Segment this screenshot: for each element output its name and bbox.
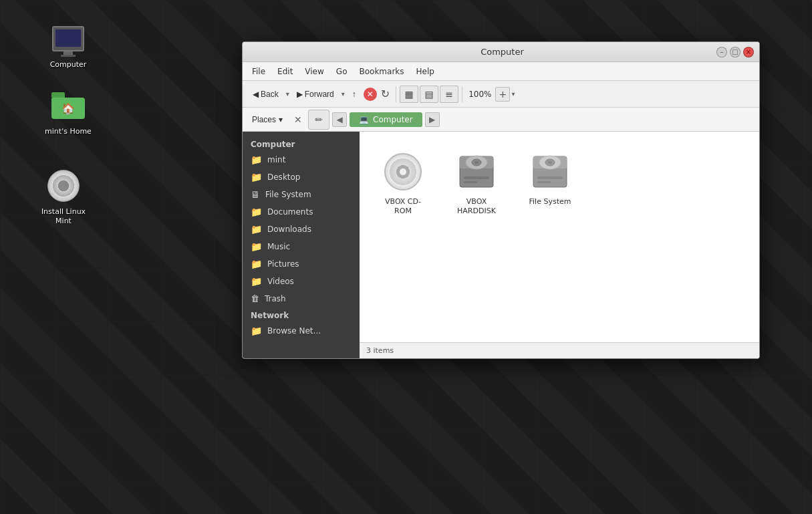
sidebar-videos-label: Videos xyxy=(267,277,352,286)
menubar: File Edit View Go Bookmarks Help xyxy=(243,62,759,81)
items-count: 3 items xyxy=(366,346,394,355)
menu-help[interactable]: Help xyxy=(411,65,440,78)
location-chip-icon: 💻 xyxy=(359,115,369,124)
pictures-folder-icon: 📁 xyxy=(251,259,262,269)
sidebar-browse-net-label: Browse Net... xyxy=(267,326,352,336)
desktop-icon-computer[interactable]: Computer xyxy=(41,20,95,70)
desktop-icon-install[interactable]: Install Linux Mint xyxy=(37,167,90,227)
sidebar-pictures-label: Pictures xyxy=(267,259,352,269)
places-dropdown-icon: ▾ xyxy=(279,115,283,124)
file-manager-window: Computer – □ × File Edit View Go Bookmar… xyxy=(242,41,760,359)
file-item-cdrom[interactable]: VBOX CD-ROM xyxy=(373,145,433,222)
sidebar-item-pictures[interactable]: 📁 Pictures xyxy=(243,255,360,273)
filesystem-drive-icon xyxy=(532,154,568,190)
home-folder-icon: 🏠 xyxy=(49,87,87,124)
file-area: VBOX CD-ROM xyxy=(360,132,759,358)
harddisk-label: VBOX HARDDISK xyxy=(452,197,501,217)
menu-go[interactable]: Go xyxy=(331,65,353,78)
menu-edit[interactable]: Edit xyxy=(272,65,298,78)
breadcrumb-back-arrow[interactable]: ◀ xyxy=(332,112,347,127)
up-icon: ↑ xyxy=(352,90,356,99)
sidebar-music-label: Music xyxy=(267,242,352,251)
forward-dropdown[interactable]: ▾ xyxy=(342,90,345,98)
refresh-button[interactable]: ↻ xyxy=(378,88,392,100)
back-dropdown[interactable]: ▾ xyxy=(286,90,289,98)
svg-rect-6 xyxy=(464,181,477,183)
svg-rect-13 xyxy=(537,181,551,183)
minimize-button[interactable]: – xyxy=(716,47,727,57)
harddisk-icon-area xyxy=(455,150,498,193)
menu-bookmarks[interactable]: Bookmarks xyxy=(354,65,409,78)
titlebar-controls: – □ × xyxy=(716,47,754,57)
locationbar: Places ▾ ✕ ✏ ◀ 💻 Computer ▶ xyxy=(243,108,759,132)
sidebar-trash-label: Trash xyxy=(265,294,352,303)
sidebar-documents-label: Documents xyxy=(267,207,352,217)
icon-view-button[interactable]: ▦ xyxy=(400,86,418,103)
sidebar-item-videos[interactable]: 📁 Videos xyxy=(243,273,360,290)
sidebar-downloads-label: Downloads xyxy=(267,225,352,234)
file-grid: VBOX CD-ROM xyxy=(360,132,759,342)
forward-arrow-icon: ▶ xyxy=(297,90,303,99)
sidebar-item-filesystem[interactable]: 🖥 File System xyxy=(243,186,360,203)
forward-button[interactable]: ▶ Forward xyxy=(291,84,340,104)
videos-folder-icon: 📁 xyxy=(251,276,262,287)
zoom-plus-button[interactable]: + xyxy=(495,87,510,102)
forward-label: Forward xyxy=(305,90,334,99)
sidebar-item-desktop[interactable]: 📁 Desktop xyxy=(243,168,360,186)
close-button[interactable]: × xyxy=(743,47,754,57)
zoom-level-display: 100% xyxy=(466,90,494,99)
computer-icon-label: Computer xyxy=(50,60,87,70)
svg-point-4 xyxy=(475,161,479,164)
sidebar-item-documents[interactable]: 📁 Documents xyxy=(243,203,360,221)
zoom-dropdown[interactable]: ▾ xyxy=(511,90,515,98)
sidebar-filesystem-label: File System xyxy=(265,190,352,199)
computer-icon xyxy=(49,20,87,57)
network-folder-icon: 📁 xyxy=(251,326,262,336)
trash-icon: 🗑 xyxy=(251,293,259,303)
main-content: Computer 📁 mint 📁 Desktop 🖥 File System … xyxy=(243,132,759,358)
close-panel-button[interactable]: ✕ xyxy=(291,112,305,127)
sidebar-desktop-label: Desktop xyxy=(267,172,352,182)
places-label: Places xyxy=(252,115,276,124)
sidebar-item-browse-net[interactable]: 📁 Browse Net... xyxy=(243,322,360,340)
cdrom-label: VBOX CD-ROM xyxy=(378,197,428,217)
menu-view[interactable]: View xyxy=(299,65,329,78)
desktop: Computer 🏠 mint's Home Install Linux Min… xyxy=(0,0,812,514)
compact-view-button[interactable]: ≡ xyxy=(440,86,458,103)
stop-button[interactable]: ✕ xyxy=(364,88,377,101)
install-icon-label: Install Linux Mint xyxy=(37,207,90,227)
sidebar-item-music[interactable]: 📁 Music xyxy=(243,238,360,255)
sidebar-mint-label: mint xyxy=(267,155,352,164)
edit-location-button[interactable]: ✏ xyxy=(308,110,329,130)
install-icon xyxy=(45,167,82,205)
svg-rect-12 xyxy=(537,176,563,179)
up-button[interactable]: ↑ xyxy=(346,84,362,104)
sidebar-section-computer: Computer xyxy=(243,136,360,151)
back-button[interactable]: ◀ Back xyxy=(247,84,285,104)
breadcrumb-forward-arrow[interactable]: ▶ xyxy=(425,112,440,127)
sidebar-item-mint[interactable]: 📁 mint xyxy=(243,151,360,168)
documents-folder-icon: 📁 xyxy=(251,207,262,217)
back-label: Back xyxy=(261,90,279,99)
cdrom-icon xyxy=(384,153,422,190)
file-item-filesystem[interactable]: File System xyxy=(520,145,580,222)
desktop-icon-home[interactable]: 🏠 mint's Home xyxy=(41,87,95,136)
toolbar: ◀ Back ▾ ▶ Forward ▾ ↑ ✕ ↻ ▦ ▤ ≡ 100% + … xyxy=(243,81,759,108)
sidebar-item-downloads[interactable]: 📁 Downloads xyxy=(243,221,360,238)
sidebar-item-trash[interactable]: 🗑 Trash xyxy=(243,290,360,307)
back-arrow-icon: ◀ xyxy=(253,90,259,99)
list-view-button[interactable]: ▤ xyxy=(420,86,438,103)
toolbar-separator-1 xyxy=(396,86,396,102)
toolbar-separator-2 xyxy=(462,86,462,102)
mint-folder-icon: 📁 xyxy=(251,154,262,165)
sidebar-section-network: Network xyxy=(243,307,360,322)
maximize-button[interactable]: □ xyxy=(730,47,740,57)
titlebar: Computer – □ × xyxy=(243,42,759,62)
menu-file[interactable]: File xyxy=(247,65,271,78)
downloads-folder-icon: 📁 xyxy=(251,224,262,235)
file-item-harddisk[interactable]: VBOX HARDDISK xyxy=(446,145,507,222)
filesystem-label: File System xyxy=(529,197,571,207)
places-button[interactable]: Places ▾ xyxy=(247,113,288,126)
filesystem-sidebar-icon: 🖥 xyxy=(251,189,260,200)
location-breadcrumb[interactable]: 💻 Computer xyxy=(350,112,422,127)
